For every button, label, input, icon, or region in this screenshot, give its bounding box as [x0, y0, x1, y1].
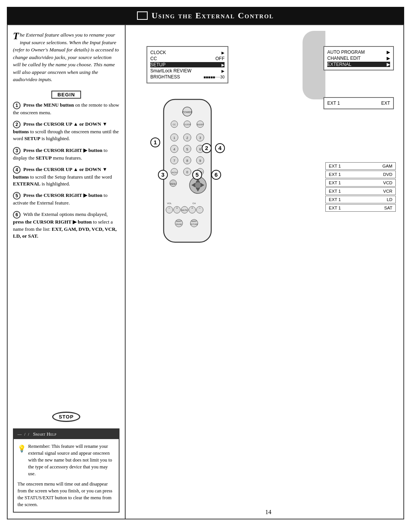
svg-text:5: 5 [186, 147, 188, 151]
ext1-main-label: EXT 1 [327, 101, 340, 106]
menu-row-clock: CLOCK ▶ [150, 50, 225, 55]
page-header: Using the External Control [7, 7, 404, 24]
ext-option-gam: EXT 1 GAM [325, 162, 396, 170]
begin-badge: Begin [13, 91, 119, 98]
intro-body: he External feature allows you to rename… [13, 32, 119, 82]
channel-edit-arrow: ▶ [387, 56, 390, 61]
step-6: 6 With the External options menu display… [13, 211, 119, 240]
menu-cc-label: CC [150, 56, 157, 61]
svg-text:3: 3 [199, 136, 201, 140]
svg-text:CH: CH [193, 202, 196, 204]
ext1-main-row: EXT 1 EXT [327, 101, 390, 106]
svg-text:A/CH: A/CH [172, 171, 177, 174]
svg-text:POWER: POWER [182, 111, 192, 113]
diagram-step-4: 4 [215, 143, 225, 153]
diagram-step-1: 1 [150, 137, 160, 147]
svg-text:MENU: MENU [170, 183, 176, 185]
bulb-icon: 💡 [18, 444, 26, 454]
svg-text:CC: CC [173, 123, 176, 126]
menu-clock-label: CLOCK [150, 50, 166, 55]
auto-program-arrow: ▶ [387, 50, 390, 55]
menu-cc-value: OFF [215, 56, 225, 61]
step-1: 1 Press the MENU button on the remote to… [13, 102, 119, 116]
steps-container: 1 Press the MENU button on the remote to… [13, 102, 119, 409]
menu-clock-arrow: ▶ [221, 51, 225, 55]
menu-row-cc: CC OFF [150, 56, 225, 61]
ext-option-vcr: EXT 1 VCR [325, 187, 396, 195]
smart-help-body: 💡 Remember: This feature will rename you… [14, 439, 119, 512]
diagram-step-2: 2 [202, 143, 212, 153]
external-label: EXTERNAL [327, 62, 351, 67]
smart-help-para1: 💡 Remember: This feature will rename you… [18, 443, 115, 478]
left-panel: The External feature allows you to renam… [8, 25, 126, 519]
step-2: 2 Press the CURSOR UP ▲ or DOWN ▼ button… [13, 121, 119, 142]
smart-help-text1: Remember: This feature will rename your … [28, 443, 115, 478]
svg-text:2: 2 [186, 136, 188, 140]
stop-badge: Stop [13, 413, 119, 420]
svg-text:6: 6 [199, 147, 201, 151]
svg-text:PICTURE: PICTURE [190, 224, 198, 225]
svg-text:+: + [176, 206, 178, 210]
setup-channel-edit: CHANNEL EDIT ▶ [327, 56, 390, 61]
svg-text:−: − [199, 206, 201, 210]
ext-option-sat: EXT 1 SAT [325, 204, 396, 212]
page-number: 14 [129, 509, 407, 516]
diagram-step-3: 3 [158, 170, 168, 180]
step-num-2: 2 [13, 121, 21, 128]
ext-option-vcd: EXT 1 VCD [325, 179, 396, 187]
step-num-6: 6 [13, 211, 21, 219]
step-6-bold: press the CURSOR RIGHT ▶ button [13, 219, 92, 225]
menu-setup-arrow: ▶ [221, 63, 225, 67]
menu-setup-label: SETUP [150, 62, 166, 67]
page-num-text: 14 [265, 509, 271, 515]
svg-text:SLEEP: SLEEP [197, 123, 204, 126]
step-5: 5 Press the CURSOR RIGHT ▶ button to act… [13, 192, 119, 206]
right-panel: CLOCK ▶ CC OFF SETUP ▶ SmartLock REVIEW … [126, 25, 403, 519]
header-box [137, 11, 148, 20]
channel-edit-label: CHANNEL EDIT [327, 56, 361, 61]
svg-text:4: 4 [173, 147, 175, 151]
svg-text:MUTE: MUTE [182, 209, 188, 211]
smart-help-header: — / / Smart Help [14, 429, 119, 439]
svg-text:9: 9 [199, 159, 201, 163]
setup-external: EXTERNAL ▶ [327, 62, 390, 67]
setup-auto-program: AUTO PROGRAM ▶ [327, 50, 390, 55]
svg-text:+: + [191, 206, 193, 210]
step-3: 3 Press the CURSOR RIGHT ▶ button to dis… [13, 147, 119, 161]
step-5-bold: Press the CURSOR RIGHT ▶ button [23, 192, 102, 198]
diagram-step-5: 5 [192, 170, 202, 180]
step-num-4: 4 [13, 166, 21, 174]
main-menu: CLOCK ▶ CC OFF SETUP ▶ SmartLock REVIEW … [147, 46, 228, 83]
svg-text:SMART: SMART [176, 220, 182, 222]
smart-help-box: — / / Smart Help 💡 Remember: This featur… [13, 428, 119, 513]
menu-row-brightness: BRIGHTNESS ■■■■■·····30 [150, 74, 225, 80]
menu-row-smartlock: SmartLock REVIEW ▶ [150, 68, 225, 73]
svg-text:VOL: VOL [167, 202, 172, 204]
step-num-1: 1 [13, 102, 21, 109]
svg-text:CLOCK: CLOCK [184, 123, 191, 126]
setup-menu-area: AUTO PROGRAM ▶ CHANNEL EDIT ▶ EXTERNAL ▶… [323, 46, 394, 112]
menu-row-setup: SETUP ▶ [150, 62, 225, 67]
diagram-step-6: 6 [211, 170, 221, 180]
svg-text:7: 7 [173, 159, 175, 163]
svg-text:SOUND: SOUND [176, 224, 182, 225]
ext-option-ld: EXT 1 LD [325, 196, 396, 203]
step-num-3: 3 [13, 147, 21, 155]
stop-label: Stop [52, 412, 80, 422]
ext1-main-box: EXT 1 EXT [323, 97, 394, 109]
smart-help-dash: — / / [18, 432, 30, 436]
step-4: 4 Press the CURSOR UP ▲ or DOWN ▼ button… [13, 166, 119, 187]
ext-option-dvd: EXT 1 DVD [325, 171, 396, 178]
setup-menu-box: AUTO PROGRAM ▶ CHANNEL EDIT ▶ EXTERNAL ▶ [323, 46, 394, 70]
main-content: The External feature allows you to renam… [7, 24, 404, 519]
ext-options-area: EXT 1 GAM EXT 1 DVD EXT 1 VCD EXT 1 VCR … [325, 162, 396, 212]
drop-cap: T [13, 31, 19, 41]
step-num-5: 5 [13, 192, 21, 200]
smart-help-text2: The onscreen menu will time out and disa… [18, 481, 112, 507]
main-menu-box: CLOCK ▶ CC OFF SETUP ▶ SmartLock REVIEW … [147, 46, 228, 83]
svg-text:SMART: SMART [191, 220, 197, 222]
step-3-bold: Press the CURSOR RIGHT ▶ button [23, 147, 102, 153]
menu-smartlock-label: SmartLock REVIEW [150, 68, 191, 73]
begin-label: Begin [51, 91, 81, 99]
svg-point-40 [195, 182, 201, 188]
